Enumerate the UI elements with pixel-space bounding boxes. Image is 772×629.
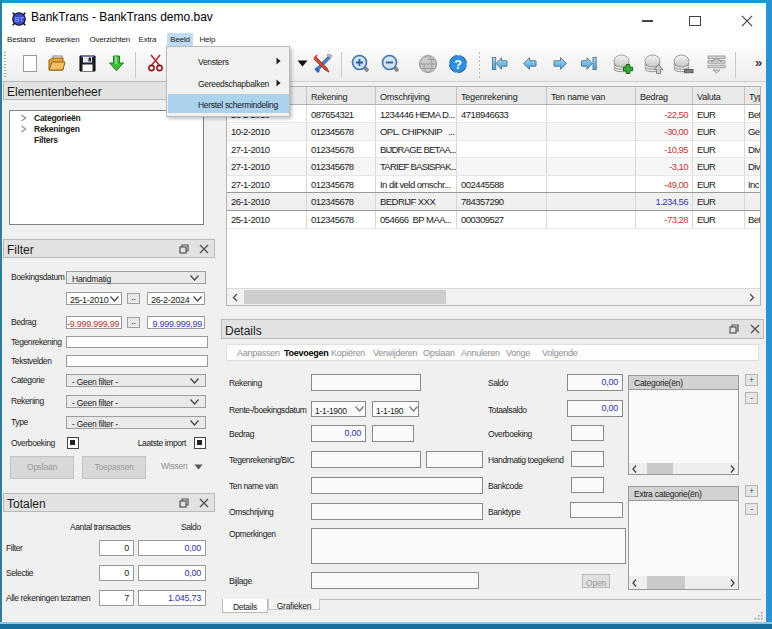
svg-text:?: ? [454, 58, 461, 72]
svg-text:BT: BT [14, 15, 24, 24]
